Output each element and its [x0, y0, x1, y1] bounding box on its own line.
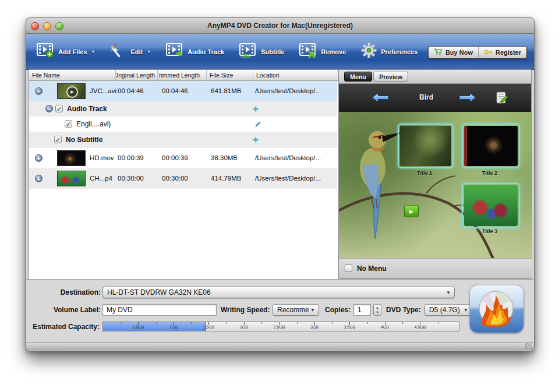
gear-icon [361, 43, 377, 61]
file-name: JVC...avi [90, 87, 116, 94]
copies-label: Copies: [325, 306, 351, 314]
destination-dropdown[interactable]: HL-DT-ST DVDRW GA32N KE06 ▼ [102, 287, 455, 298]
no-subtitle-checkbox[interactable]: ✓ [54, 136, 62, 143]
add-files-label: Add Files [58, 48, 87, 55]
menu-preview-panel: Menu Preview Bird [338, 69, 532, 279]
resize-grip[interactable] [525, 343, 532, 349]
chevron-down-icon: ▼ [464, 305, 468, 316]
capacity-tick-label: 3.5GB [338, 325, 361, 329]
stepper-up-icon[interactable]: ▲ [374, 306, 381, 309]
menu-play-button[interactable]: ▶ [404, 205, 419, 217]
subtitle-label: Subtitle [261, 48, 284, 55]
audio-item-checkbox[interactable]: ✓ [65, 120, 72, 128]
copies-input[interactable] [353, 304, 371, 316]
edit-menu-icon[interactable] [495, 91, 509, 107]
next-template-arrow-icon[interactable] [459, 93, 476, 105]
video-thumbnail [57, 171, 86, 186]
file-table: File Name Original Length Trimmed Length… [29, 69, 339, 280]
original-length: 00:04:46 [118, 87, 156, 94]
main-toolbar: Add Files ▼ Edit ▼ [26, 34, 534, 70]
video-thumbnail [57, 150, 86, 166]
chevron-down-icon: ▼ [310, 305, 315, 316]
preferences-label: Preferences [381, 48, 418, 55]
audio-track-group-label: Audio Track [67, 105, 107, 113]
dvd-type-dropdown[interactable]: D5 (4.7G) ▼ [424, 304, 472, 316]
no-subtitle-label: No Subtitle [66, 136, 102, 144]
menu-thumbnail-title-1[interactable] [398, 123, 454, 168]
filmstrip-add-icon [37, 43, 54, 61]
key-icon [484, 49, 493, 56]
copies-stepper[interactable]: ▲ ▼ [373, 304, 381, 316]
buy-now-button[interactable]: Buy Now [429, 47, 478, 58]
writing-speed-label: Writing Speed: [221, 306, 270, 314]
menu-thumbnail-title-2[interactable] [462, 123, 520, 168]
stepper-down-icon[interactable]: ▼ [374, 310, 381, 314]
dvd-type-label: DVD Type: [386, 306, 421, 314]
filmstrip-subtitle-icon: ABC [239, 43, 257, 61]
menu-template-title: Bird [406, 93, 446, 101]
capacity-tick-label: 2.5GB [267, 325, 291, 329]
column-header-original-length[interactable]: Original Length [115, 70, 157, 80]
title-bar: AnyMP4 DVD Creator for Mac(Unregistered) [26, 18, 534, 34]
trimmed-length: 00:00:39 [162, 154, 205, 161]
add-audio-track-icon[interactable]: + [253, 103, 259, 115]
expand-row-icon[interactable]: + [35, 175, 43, 182]
no-menu-checkbox[interactable] [345, 264, 352, 272]
estimated-capacity-label: Estimated Capacity: [30, 323, 100, 331]
edit-pencil-icon[interactable] [254, 120, 262, 130]
column-header-trimmed-length[interactable]: Trimmed Length [157, 70, 206, 80]
destination-value: HL-DT-ST DVDRW GA32N KE06 [107, 288, 211, 296]
audio-item-label: Engli....avi) [76, 120, 111, 128]
dvd-type-value: D5 (4.7G) [429, 306, 460, 314]
audio-track-button[interactable]: Audio Track [166, 43, 224, 61]
capacity-tick-label: 3GB [303, 325, 326, 329]
table-row-audio-group[interactable]: − ✓ Audio Track + [29, 101, 337, 116]
expand-row-icon[interactable]: + [35, 154, 43, 162]
no-menu-bar: No Menu [339, 258, 532, 278]
tab-preview[interactable]: Preview [373, 72, 408, 82]
table-row-video[interactable]: + CH...p4 00:30:00 00:30:00 414.79MB /Us… [29, 168, 337, 189]
volume-label-input[interactable] [102, 304, 217, 316]
collapse-row-icon[interactable]: − [45, 105, 53, 112]
chevron-down-icon: ▼ [446, 287, 451, 298]
column-header-location[interactable]: Location [253, 70, 337, 80]
original-length: 00:30:00 [118, 175, 156, 182]
table-row-video[interactable]: − ▶ JVC...avi 00:04:46 00:04:46 641.81MB… [29, 81, 337, 101]
destination-label: Destination: [31, 288, 101, 296]
burn-settings-panel: Destination: HL-DT-ST DVDRW GA32N KE06 ▼… [26, 279, 534, 342]
table-row-video[interactable]: + HD.mov 00:00:39 00:00:39 38.30MB /User… [29, 148, 337, 168]
preferences-button[interactable]: Preferences [361, 43, 418, 61]
tab-menu[interactable]: Menu [344, 72, 372, 82]
table-row-audio-item[interactable]: ✓ Engli....avi) [29, 116, 337, 132]
previous-template-arrow-icon[interactable] [372, 93, 389, 105]
register-button[interactable]: Register [478, 47, 526, 58]
register-label: Register [496, 49, 521, 56]
volume-label-label: Volume Label: [31, 306, 101, 314]
subtitle-button[interactable]: ABC Subtitle [239, 43, 284, 61]
file-location: /Users/test/Desktop/... [255, 175, 337, 182]
thumbnail-image [464, 185, 518, 226]
original-length: 00:00:39 [118, 154, 156, 161]
filmstrip-audio-icon [166, 43, 183, 61]
column-header-file-name[interactable]: File Name [29, 70, 115, 80]
audio-track-checkbox[interactable]: ✓ [55, 105, 63, 112]
capacity-tick-label: 4.5GB [408, 325, 431, 329]
table-row-subtitle-group[interactable]: ✓ No Subtitle + [29, 132, 337, 148]
burn-button[interactable] [469, 285, 524, 333]
capacity-bar: 0.5GB 1GB 1.5GB 2GB 2.5GB 3GB 3.5GB 4GB … [102, 322, 459, 331]
collapse-row-icon[interactable]: − [35, 87, 43, 95]
capacity-tick-label: 1.5GB [197, 325, 220, 329]
add-subtitle-icon[interactable]: + [253, 134, 259, 146]
chevron-down-icon: ▼ [147, 50, 151, 54]
no-menu-label: No Menu [357, 264, 387, 273]
menu-thumbnail-title-3[interactable] [462, 183, 520, 228]
writing-speed-dropdown[interactable]: Recomme ▼ [273, 304, 319, 316]
app-window: AnyMP4 DVD Creator for Mac(Unregistered)… [26, 17, 535, 351]
remove-button[interactable]: Remove [299, 43, 346, 61]
status-bar [26, 342, 534, 350]
add-files-button[interactable]: Add Files ▼ [37, 43, 95, 61]
remove-label: Remove [321, 48, 346, 55]
column-header-file-size[interactable]: File Size [206, 70, 253, 80]
edit-button[interactable]: Edit ▼ [110, 43, 151, 61]
capacity-tick-label: 0.5GB [126, 325, 150, 329]
